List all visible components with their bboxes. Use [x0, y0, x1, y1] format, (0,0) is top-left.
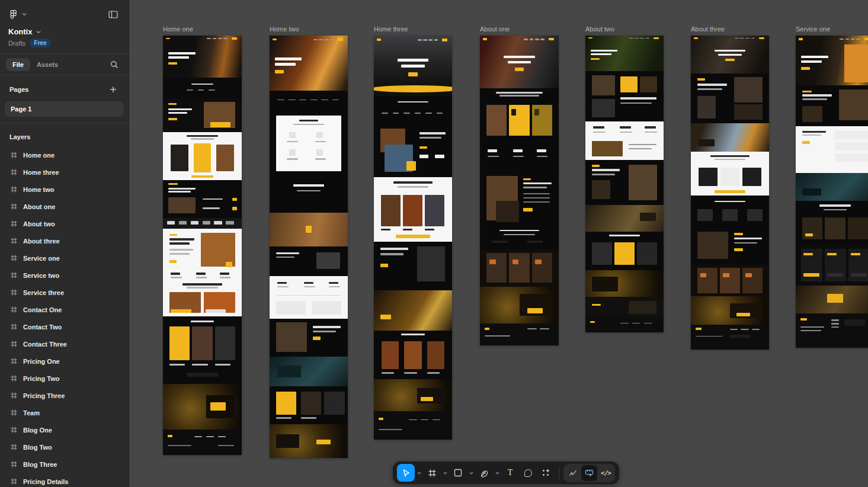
frame-chip — [306, 226, 312, 232]
layers-list: Home one Home three Home two About one — [0, 146, 129, 487]
frame-chip — [381, 195, 401, 226]
layer-item-home-two[interactable]: Home two — [0, 181, 129, 198]
layer-item-contact-one[interactable]: Contact One — [0, 301, 129, 318]
frame-about-three[interactable] — [691, 36, 769, 350]
comment-tool[interactable] — [519, 464, 537, 482]
frame-section — [270, 175, 348, 213]
frame-chip — [214, 221, 222, 225]
layer-item-contact-three[interactable]: Contact Three — [0, 335, 129, 353]
search-button[interactable] — [107, 57, 121, 72]
move-tool[interactable] — [397, 464, 415, 482]
pen-tool[interactable] — [475, 464, 493, 482]
frame-section — [691, 36, 769, 73]
layer-item-pricing-two[interactable]: Pricing Two — [0, 370, 129, 387]
frame-chip — [802, 106, 823, 122]
layer-label: About two — [23, 220, 55, 228]
layers-label: Layers — [9, 133, 30, 140]
frame-chip — [299, 100, 306, 100]
frame-chip — [393, 181, 433, 184]
main-menu[interactable] — [8, 9, 27, 20]
layer-item-service-three[interactable]: Service three — [0, 284, 129, 301]
frame-section — [796, 85, 868, 126]
layer-item-blog-two[interactable]: Blog Two — [0, 438, 129, 456]
layer-item-pricing-details[interactable]: Pricing Details — [0, 473, 129, 487]
code-mode-button[interactable]: </> — [598, 465, 614, 481]
frame-label-service-one[interactable]: Service one — [796, 25, 830, 33]
frame-icon — [11, 238, 17, 244]
layer-item-blog-three[interactable]: Blog Three — [0, 456, 129, 473]
layer-item-service-one[interactable]: Service one — [0, 249, 129, 267]
frame-label-home-three[interactable]: Home three — [374, 25, 408, 33]
frame-chip — [694, 37, 698, 39]
canvas[interactable]: Home oneHome twoHome threeAbout oneAbout… — [0, 0, 868, 487]
frame-tool-dropdown[interactable] — [441, 464, 449, 482]
dev-mode-button[interactable] — [581, 465, 597, 481]
pen-tool-dropdown[interactable] — [493, 464, 501, 482]
frame-label-about-two[interactable]: About two — [585, 25, 614, 33]
figma-logo-icon — [8, 9, 18, 20]
tab-assets[interactable]: Assets — [30, 58, 65, 71]
frame-chip — [801, 67, 810, 70]
frame-home-three[interactable] — [374, 36, 452, 440]
frame-chip — [720, 268, 740, 293]
shape-tool[interactable] — [449, 464, 467, 482]
panel-toggle-button[interactable] — [106, 7, 120, 21]
frame-chip — [492, 241, 508, 243]
frame-section — [270, 36, 348, 91]
add-page-button[interactable] — [106, 82, 120, 97]
file-title-row[interactable]: Kontix — [0, 21, 129, 36]
frame-about-one[interactable] — [480, 36, 559, 345]
frame-home-one[interactable] — [163, 36, 242, 455]
layer-item-home-three[interactable]: Home three — [0, 164, 129, 181]
tab-file[interactable]: File — [6, 58, 30, 71]
layer-item-about-three[interactable]: About three — [0, 232, 129, 249]
frame-chip — [540, 328, 549, 329]
layer-item-team[interactable]: Team — [0, 404, 129, 421]
frame-tool[interactable] — [423, 464, 441, 482]
frame-label-home-two[interactable]: Home two — [270, 25, 299, 33]
actions-tool[interactable] — [537, 464, 555, 482]
layer-item-about-one[interactable]: About one — [0, 198, 129, 215]
frame-service-one[interactable] — [796, 36, 868, 348]
frame-chip — [427, 341, 444, 369]
layer-item-contact-two[interactable]: Contact Two — [0, 318, 129, 335]
frame-chip — [187, 287, 218, 289]
layer-item-pricing-three[interactable]: Pricing Three — [0, 387, 129, 404]
frame-chip — [527, 241, 543, 243]
layer-label: Team — [23, 409, 40, 416]
frame-section — [270, 213, 348, 246]
frame-label-home-one[interactable]: Home one — [163, 25, 193, 33]
layer-item-home-one[interactable]: Home one — [0, 146, 129, 164]
page-item-page-1[interactable]: Page 1 — [5, 101, 124, 117]
frame-label-about-three[interactable]: About three — [691, 25, 725, 33]
frame-chip — [844, 319, 865, 325]
frame-section — [691, 152, 769, 196]
frame-chip — [192, 326, 213, 360]
frame-chip — [620, 76, 638, 92]
frame-about-two[interactable] — [585, 36, 664, 332]
layer-item-about-two[interactable]: About two — [0, 215, 129, 232]
frame-chip — [171, 145, 188, 171]
layer-item-blog-one[interactable]: Blog One — [0, 421, 129, 438]
layer-item-pricing-one[interactable]: Pricing One — [0, 353, 129, 370]
draw-mode-button[interactable] — [565, 465, 581, 481]
frame-chip — [848, 217, 868, 239]
shape-tool-dropdown[interactable] — [467, 464, 475, 482]
frame-label-about-one[interactable]: About one — [480, 25, 510, 33]
frame-chip — [723, 273, 729, 277]
frame-chip — [614, 242, 635, 265]
file-name: Kontix — [8, 27, 32, 36]
frame-chip — [496, 92, 543, 94]
frame-chip — [523, 178, 531, 181]
frame-chip — [381, 229, 390, 230]
frame-home-two[interactable] — [270, 36, 348, 458]
frame-chip — [338, 38, 343, 41]
frame-chip — [206, 436, 214, 437]
frame-chip — [171, 309, 191, 312]
text-tool[interactable]: T — [501, 464, 519, 482]
frame-chip — [213, 38, 217, 39]
frame-chip — [316, 440, 331, 444]
layer-item-service-two[interactable]: Service two — [0, 267, 129, 284]
drafts-link[interactable]: Drafts — [8, 40, 25, 47]
move-tool-dropdown[interactable] — [415, 464, 423, 482]
